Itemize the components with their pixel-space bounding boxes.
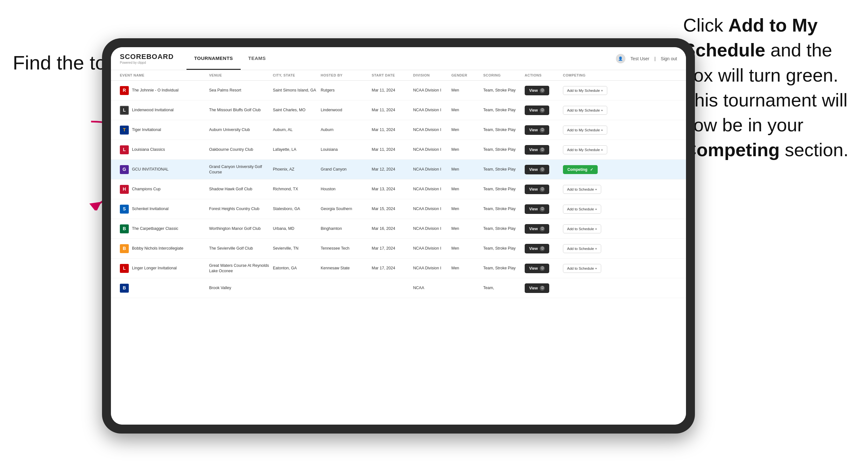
scoring-cell: Team, Stroke Play (483, 147, 525, 152)
table-row: RThe Johnnie - O IndividualSea Palms Res… (111, 81, 686, 100)
competing-cell: Add to Schedule + (563, 205, 614, 214)
col-city-state: CITY, STATE (273, 73, 321, 77)
city-state-cell: Phoenix, AZ (273, 167, 321, 172)
add-to-schedule-button[interactable]: Add to Schedule + (563, 205, 601, 214)
col-event-name: EVENT NAME (120, 73, 209, 77)
view-button[interactable]: View ⓘ (525, 86, 549, 95)
add-to-schedule-button[interactable]: Add to Schedule + (563, 185, 601, 194)
gender-cell: Men (452, 226, 483, 231)
table-row: BThe Carpetbagger ClassicWorthington Man… (111, 219, 686, 239)
event-name-cell: BBobby Nichols Intercollegiate (120, 244, 209, 253)
event-name-cell: SSchenkel Invitational (120, 205, 209, 214)
start-date-cell: Mar 11, 2024 (372, 147, 413, 152)
table-row: LLouisiana ClassicsOakbourne Country Clu… (111, 140, 686, 160)
hosted-by-cell: Binghamton (321, 226, 372, 231)
competing-label: Competing (567, 167, 588, 172)
hosted-by-cell: Houston (321, 186, 372, 192)
col-gender: GENDER (452, 73, 483, 77)
event-name-text: Bobby Nichols Intercollegiate (132, 246, 183, 251)
actions-cell: View ⓘ (525, 263, 563, 273)
add-to-schedule-button[interactable]: Add to My Schedule + (563, 126, 607, 134)
gender-cell: Men (452, 107, 483, 113)
actions-cell: View ⓘ (525, 185, 563, 194)
view-button[interactable]: View ⓘ (525, 165, 549, 175)
team-logo: L (120, 145, 129, 154)
city-state-cell: Saint Simons Island, GA (273, 88, 321, 93)
table-row: GGCU INVITATIONALGrand Canyon University… (111, 160, 686, 180)
hosted-by-cell: Tennessee Tech (321, 246, 372, 251)
logo-area: SCOREBOARD Powered by clippd (120, 53, 174, 64)
city-state-cell: Richmond, TX (273, 186, 321, 192)
start-date-cell: Mar 15, 2024 (372, 206, 413, 212)
user-avatar: 👤 (616, 54, 625, 63)
venue-cell: Sea Palms Resort (209, 88, 273, 93)
event-name-cell: LLinger Longer Invitational (120, 264, 209, 273)
division-cell: NCAA Division I (413, 127, 452, 133)
event-name-cell: RThe Johnnie - O Individual (120, 86, 209, 95)
city-state-cell: Auburn, AL (273, 127, 321, 133)
view-button[interactable]: View ⓘ (525, 283, 549, 293)
tab-teams[interactable]: TEAMS (241, 47, 274, 70)
event-name-cell: BThe Carpetbagger Classic (120, 224, 209, 234)
scoring-cell: Team, Stroke Play (483, 88, 525, 93)
competing-button[interactable]: Competing ✓ (563, 165, 598, 174)
add-to-schedule-button[interactable]: Add to Schedule + (563, 224, 601, 234)
start-date-cell: Mar 11, 2024 (372, 127, 413, 133)
add-to-schedule-button[interactable]: Add to My Schedule + (563, 86, 607, 95)
view-button[interactable]: View ⓘ (525, 185, 549, 194)
actions-cell: View ⓘ (525, 145, 563, 155)
view-button[interactable]: View ⓘ (525, 244, 549, 253)
event-name-text: Champions Cup (132, 186, 161, 192)
competing-cell: Add to Schedule + (563, 224, 614, 234)
division-cell: NCAA Division I (413, 206, 452, 212)
start-date-cell: Mar 17, 2024 (372, 266, 413, 271)
add-to-schedule-button[interactable]: Add to Schedule + (563, 244, 601, 253)
table-header: EVENT NAME VENUE CITY, STATE HOSTED BY S… (111, 70, 686, 81)
city-state-cell: Sevierville, TN (273, 246, 321, 251)
city-state-cell: Eatonton, GA (273, 266, 321, 271)
start-date-cell: Mar 12, 2024 (372, 167, 413, 172)
division-cell: NCAA (413, 285, 452, 291)
division-cell: NCAA Division I (413, 167, 452, 172)
tab-tournaments[interactable]: TOURNAMENTS (186, 47, 241, 70)
scoring-cell: Team, Stroke Play (483, 167, 525, 172)
gender-cell: Men (452, 147, 483, 152)
add-to-schedule-button[interactable]: Add to My Schedule + (563, 106, 607, 115)
view-button[interactable]: View ⓘ (525, 125, 549, 135)
view-button[interactable]: View ⓘ (525, 224, 549, 234)
view-button[interactable]: View ⓘ (525, 105, 549, 115)
hosted-by-cell: Rutgers (321, 88, 372, 93)
view-button[interactable]: View ⓘ (525, 263, 549, 273)
hosted-by-cell: Lindenwood (321, 107, 372, 113)
table-row: BBobby Nichols IntercollegiateThe Sevier… (111, 239, 686, 258)
add-to-schedule-button[interactable]: Add to My Schedule + (563, 145, 607, 154)
view-button[interactable]: View ⓘ (525, 145, 549, 155)
event-name-text: GCU INVITATIONAL (132, 167, 168, 172)
actions-cell: View ⓘ (525, 125, 563, 135)
venue-cell: Auburn University Club (209, 127, 273, 133)
team-logo: G (120, 165, 129, 174)
table-row: LLinger Longer InvitationalGreat Waters … (111, 258, 686, 278)
add-to-schedule-button[interactable]: Add to Schedule + (563, 264, 601, 273)
annotation-right: Click Add to My Schedule and the box wil… (683, 13, 849, 162)
scoring-cell: Team, Stroke Play (483, 226, 525, 231)
venue-cell: The Missouri Bluffs Golf Club (209, 107, 273, 113)
signout-link[interactable]: Sign out (661, 56, 677, 61)
event-name-cell: B (120, 284, 209, 292)
actions-cell: View ⓘ (525, 165, 563, 175)
division-cell: NCAA Division I (413, 186, 452, 192)
view-button[interactable]: View ⓘ (525, 204, 549, 214)
table-row: BBrook ValleyNCAATeam,View ⓘ (111, 278, 686, 298)
actions-cell: View ⓘ (525, 86, 563, 95)
col-start-date: START DATE (372, 73, 413, 77)
event-name-text: Tiger Invitational (132, 127, 161, 132)
scoring-cell: Team, Stroke Play (483, 186, 525, 192)
header-right: 👤 Test User | Sign out (616, 54, 677, 63)
competing-cell: Add to My Schedule + (563, 126, 614, 134)
team-logo: H (120, 185, 129, 194)
event-name-cell: LLouisiana Classics (120, 145, 209, 154)
app-logo-title: SCOREBOARD (120, 53, 174, 61)
start-date-cell: Mar 11, 2024 (372, 107, 413, 113)
table-body: RThe Johnnie - O IndividualSea Palms Res… (111, 81, 686, 425)
city-state-cell: Saint Charles, MO (273, 107, 321, 113)
